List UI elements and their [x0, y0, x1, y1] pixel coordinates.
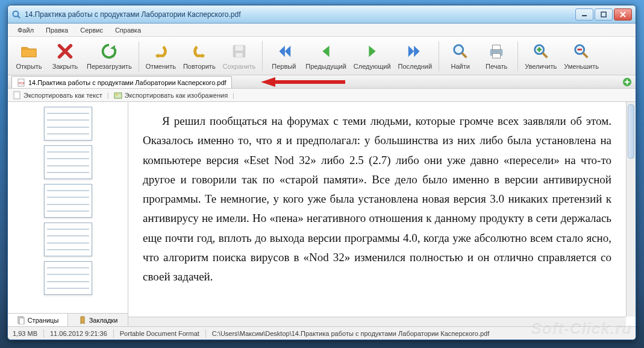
last-page-button[interactable]: Последний — [395, 39, 436, 74]
tab-pages[interactable]: Страницы — [8, 314, 68, 326]
printer-icon — [487, 42, 506, 61]
document-text: Я решил пообщаться на форумах с теми люд… — [128, 102, 626, 292]
svg-rect-32 — [19, 318, 24, 324]
app-window: 14.Практика работы с продуктами Лаборато… — [7, 5, 636, 340]
tab-bookmarks[interactable]: Закладки — [68, 314, 128, 326]
maximize-button[interactable] — [595, 8, 613, 21]
prev-page-button[interactable]: Предыдущий — [302, 39, 349, 74]
status-datetime: 11.06.2012 9:21:36 — [50, 330, 107, 337]
folder-icon — [19, 42, 39, 61]
svg-rect-29 — [114, 93, 122, 98]
save-button: Сохранить — [220, 39, 259, 74]
zoom-out-button[interactable]: Уменьшить — [561, 39, 602, 74]
zoom-in-button[interactable]: Увеличить — [522, 39, 560, 74]
export-images-button[interactable]: Экспортировать как изображения — [125, 92, 228, 99]
page-viewport[interactable]: Я решил пообщаться на форумах с теми люд… — [128, 102, 626, 317]
page-thumbnail[interactable] — [44, 261, 92, 295]
undo-button[interactable]: Отменить — [143, 39, 179, 74]
scrollbar-thumb[interactable] — [628, 104, 634, 159]
toolbar-separator — [517, 41, 518, 71]
svg-line-1 — [18, 16, 20, 18]
close-button[interactable] — [614, 8, 632, 21]
find-label: Найти — [451, 63, 469, 70]
open-label: Открыть — [16, 63, 42, 70]
first-page-button[interactable]: Первый — [266, 39, 301, 74]
print-button[interactable]: Печать — [479, 39, 514, 74]
thumbnails-panel: Страницы Закладки — [8, 102, 128, 326]
next-page-button[interactable]: Следующий — [351, 39, 394, 74]
redo-icon — [190, 42, 209, 61]
toolbar-separator — [439, 41, 439, 71]
export-text-button[interactable]: Экспортировать как текст — [23, 92, 102, 99]
svg-line-12 — [462, 53, 467, 58]
prev-label: Предыдущий — [305, 63, 346, 70]
tab-pages-label: Страницы — [28, 317, 59, 324]
print-label: Печать — [486, 63, 507, 70]
toolbar-separator — [262, 41, 263, 71]
menubar: Файл Правка Сервис Справка — [8, 24, 636, 37]
panel-tabs: Страницы Закладки — [8, 313, 128, 326]
watermark: Soft-Click.ru — [531, 318, 632, 337]
close-label: Закрыть — [52, 63, 78, 70]
thumbnails-scroll[interactable] — [8, 102, 128, 313]
toolbar-separator — [139, 41, 139, 71]
open-button[interactable]: Открыть — [11, 39, 46, 74]
svg-line-21 — [583, 53, 588, 58]
vertical-scrollbar[interactable] — [626, 102, 636, 317]
zoomout-label: Уменьшить — [564, 63, 599, 70]
svg-point-30 — [116, 93, 117, 95]
content-area: Страницы Закладки Я решил пообщаться на … — [8, 102, 636, 326]
document-tab-label: 14.Практика работы с продуктами Лаборато… — [28, 79, 227, 86]
close-file-button[interactable]: Закрыть — [48, 39, 83, 74]
reload-icon — [99, 42, 119, 61]
undo-icon — [151, 42, 170, 61]
svg-rect-9 — [235, 46, 243, 51]
zoom-out-icon — [572, 42, 591, 61]
svg-text:PDF: PDF — [19, 81, 25, 85]
annotation-arrow-icon — [261, 77, 345, 89]
minimize-button[interactable] — [575, 8, 593, 21]
menu-edit[interactable]: Правка — [41, 25, 73, 35]
svg-line-17 — [542, 53, 547, 58]
svg-rect-3 — [601, 12, 606, 17]
next-icon — [363, 42, 382, 61]
save-label: Сохранить — [223, 63, 256, 70]
doc-icon — [13, 91, 21, 100]
svg-rect-10 — [236, 53, 242, 57]
images-icon — [114, 91, 122, 100]
x-icon — [55, 42, 75, 61]
status-path: C:\Users\Максим\Desktop\14.Практика рабо… — [212, 330, 489, 337]
menu-file[interactable]: Файл — [13, 25, 39, 35]
save-icon — [230, 42, 249, 61]
export-toolbar: Экспортировать как текст | Экспортироват… — [8, 89, 636, 102]
add-tab-button[interactable] — [622, 77, 632, 87]
window-controls — [575, 8, 632, 21]
reload-button[interactable]: Перезагрузить — [84, 39, 135, 74]
tab-bookmarks-label: Закладки — [89, 317, 118, 324]
zoomin-label: Увеличить — [525, 63, 557, 70]
page-area: Я решил пообщаться на форумах с теми люд… — [128, 102, 636, 326]
document-tab[interactable]: PDF 14.Практика работы с продуктами Лабо… — [11, 76, 232, 88]
page-thumbnail[interactable] — [44, 223, 92, 256]
app-icon — [11, 10, 21, 19]
svg-point-11 — [454, 45, 463, 54]
find-button[interactable]: Найти — [443, 39, 478, 74]
page-thumbnail[interactable] — [44, 145, 92, 179]
page-thumbnail[interactable] — [44, 184, 92, 218]
titlebar[interactable]: 14.Практика работы с продуктами Лаборато… — [8, 5, 636, 24]
menu-service[interactable]: Сервис — [75, 25, 108, 35]
page-thumbnail[interactable] — [44, 107, 92, 141]
menu-help[interactable]: Справка — [110, 25, 146, 35]
undo-label: Отменить — [146, 63, 176, 70]
status-filesize: 1,93 MB — [13, 330, 37, 337]
toolbar: Открыть Закрыть Перезагрузить Отменить П… — [8, 37, 636, 75]
pages-icon — [17, 316, 25, 324]
redo-button[interactable]: Повторить — [180, 39, 219, 74]
prev-icon — [316, 42, 336, 61]
window-title: 14.Практика работы с продуктами Лаборато… — [25, 10, 575, 19]
first-label: Первый — [272, 63, 296, 70]
reload-label: Перезагрузить — [87, 63, 132, 70]
search-icon — [451, 42, 470, 61]
next-label: Следующий — [354, 63, 391, 70]
svg-rect-15 — [493, 54, 501, 59]
